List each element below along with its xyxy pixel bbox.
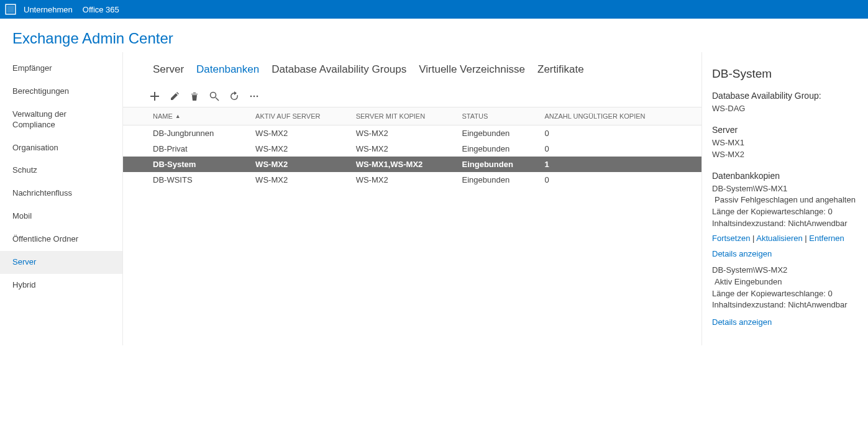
svg-point-5 — [257, 96, 258, 98]
copy-queue: Länge der Kopiewarteschlange: 0 — [712, 288, 856, 300]
column-header[interactable]: AKTIV AUF SERVER — [249, 107, 350, 125]
table-cell: WS-MX2 — [350, 172, 456, 188]
table-cell: 0 — [539, 125, 685, 142]
cell-spacer — [685, 141, 701, 157]
copy-index: Inhaltsindexzustand: NichtAnwendbar — [712, 299, 856, 311]
copy-status: Passiv Fehlgeschlagen und angehalten — [715, 194, 856, 206]
copy-name: DB-System\WS-MX1 — [712, 183, 856, 195]
add-button[interactable] — [149, 91, 160, 102]
sub-tabs: ServerDatenbankenDatabase Availability G… — [123, 52, 701, 91]
table-cell: WS-MX1,WS-MX2 — [350, 157, 456, 172]
more-button[interactable] — [249, 91, 260, 102]
cell-spacer — [685, 172, 701, 188]
table-cell: DB-WSITS — [123, 172, 249, 188]
svg-rect-1 — [7, 6, 14, 12]
cell-spacer — [685, 125, 701, 142]
copy-block: DB-System\WS-MX2 Aktiv EingebundenLänge … — [712, 265, 856, 327]
table-cell: Eingebunden — [456, 141, 539, 157]
sidebar-item[interactable]: Empfänger — [0, 57, 122, 80]
sub-tab[interactable]: Zertifikate — [537, 63, 584, 76]
copy-block: DB-System\WS-MX1 Passiv Fehlgeschlagen u… — [712, 183, 856, 258]
toolbar — [123, 91, 701, 107]
table-cell: DB-Privat — [123, 141, 249, 157]
sidebar-item[interactable]: Server — [0, 251, 122, 274]
search-button[interactable] — [209, 91, 220, 102]
table-cell: WS-MX2 — [350, 125, 456, 142]
copy-name: DB-System\WS-MX2 — [712, 265, 856, 276]
sidebar-item[interactable]: Schutz — [0, 159, 122, 182]
copy-action-link[interactable]: Entfernen — [809, 234, 844, 243]
table-cell: WS-MX2 — [249, 172, 350, 188]
sub-tab[interactable]: Datenbanken — [196, 63, 259, 76]
table-cell: WS-MX2 — [249, 125, 350, 142]
copy-details-wrapper: Details anzeigen — [712, 317, 856, 327]
server-label: Server — [712, 125, 856, 135]
sidebar-item[interactable]: Verwaltung der Compliance — [0, 103, 122, 137]
table-cell: 0 — [539, 141, 685, 157]
column-header[interactable]: ANZAHL UNGÜLTIGER KOPIEN — [539, 107, 685, 125]
cell-spacer — [685, 157, 701, 172]
edit-button[interactable] — [169, 91, 180, 102]
table-cell: 0 — [539, 172, 685, 188]
sub-tab[interactable]: Server — [153, 63, 184, 76]
table-row[interactable]: DB-PrivatWS-MX2WS-MX2Eingebunden0 — [123, 141, 701, 157]
sub-tab[interactable]: Database Availability Groups — [272, 63, 406, 76]
copies-list: DB-System\WS-MX1 Passiv Fehlgeschlagen u… — [712, 183, 856, 327]
server-value: WS-MX1 — [712, 137, 856, 149]
table-row[interactable]: DB-WSITSWS-MX2WS-MX2Eingebunden0 — [123, 172, 701, 188]
topbar: Unternehmen Office 365 — [0, 0, 868, 19]
table-cell: DB-Jungbrunnen — [123, 125, 249, 142]
table-cell: WS-MX2 — [249, 157, 350, 172]
topbar-company-link[interactable]: Unternehmen — [24, 5, 73, 14]
sidebar: EmpfängerBerechtigungenVerwaltung der Co… — [0, 52, 123, 345]
details-panel: DB-System Database Availability Group: W… — [701, 52, 868, 345]
delete-button[interactable] — [189, 91, 200, 102]
svg-point-3 — [250, 96, 252, 98]
copy-action-links: Fortsetzen | Aktualisieren | Entfernen — [712, 234, 856, 243]
dag-label: Database Availability Group: — [712, 91, 856, 101]
table-cell: WS-MX2 — [249, 141, 350, 157]
table-row[interactable]: DB-JungbrunnenWS-MX2WS-MX2Eingebunden0 — [123, 125, 701, 142]
column-spacer — [685, 107, 701, 125]
details-link[interactable]: Details anzeigen — [712, 317, 772, 327]
copy-action-link[interactable]: Fortsetzen — [712, 234, 750, 243]
copies-label: Datenbankkopien — [712, 171, 856, 181]
table-cell: DB-System — [123, 157, 249, 172]
sidebar-item[interactable]: Hybrid — [0, 274, 122, 297]
page-title: Exchange Admin Center — [0, 19, 868, 52]
sort-asc-icon: ▲ — [175, 113, 181, 119]
dag-value: WS-DAG — [712, 103, 856, 115]
copy-index: Inhaltsindexzustand: NichtAnwendbar — [712, 218, 856, 230]
column-header[interactable]: STATUS — [456, 107, 539, 125]
sidebar-item[interactable]: Nachrichtenfluss — [0, 182, 122, 205]
column-header[interactable]: SERVER MIT KOPIEN — [350, 107, 456, 125]
server-list: WS-MX1WS-MX2 — [712, 137, 856, 161]
table-cell: Eingebunden — [456, 125, 539, 142]
copy-status: Aktiv Eingebunden — [715, 276, 856, 288]
sub-tab[interactable]: Virtuelle Verzeichnisse — [419, 63, 525, 76]
copy-action-link[interactable]: Aktualisieren — [756, 234, 802, 243]
refresh-button[interactable] — [229, 91, 240, 102]
server-value: WS-MX2 — [712, 149, 856, 161]
office-logo-icon — [5, 4, 16, 15]
sidebar-item[interactable]: Mobil — [0, 205, 122, 228]
column-header[interactable]: NAME▲ — [123, 107, 249, 125]
table-cell: WS-MX2 — [350, 141, 456, 157]
table-cell: 1 — [539, 157, 685, 172]
svg-point-2 — [211, 93, 216, 98]
database-table: NAME▲AKTIV AUF SERVERSERVER MIT KOPIENST… — [123, 107, 701, 188]
table-row[interactable]: DB-SystemWS-MX2WS-MX1,WS-MX2Eingebunden1 — [123, 157, 701, 172]
table-cell: Eingebunden — [456, 172, 539, 188]
sidebar-item[interactable]: Berechtigungen — [0, 80, 122, 103]
details-link[interactable]: Details anzeigen — [712, 249, 772, 258]
topbar-office-link[interactable]: Office 365 — [83, 5, 119, 14]
sidebar-item[interactable]: Organisation — [0, 137, 122, 160]
copy-details-wrapper: Details anzeigen — [712, 249, 856, 258]
svg-point-4 — [254, 96, 255, 98]
details-title: DB-System — [712, 67, 856, 81]
copy-queue: Länge der Kopiewarteschlange: 0 — [712, 206, 856, 218]
table-cell: Eingebunden — [456, 157, 539, 172]
sidebar-item[interactable]: Öffentliche Ordner — [0, 228, 122, 251]
